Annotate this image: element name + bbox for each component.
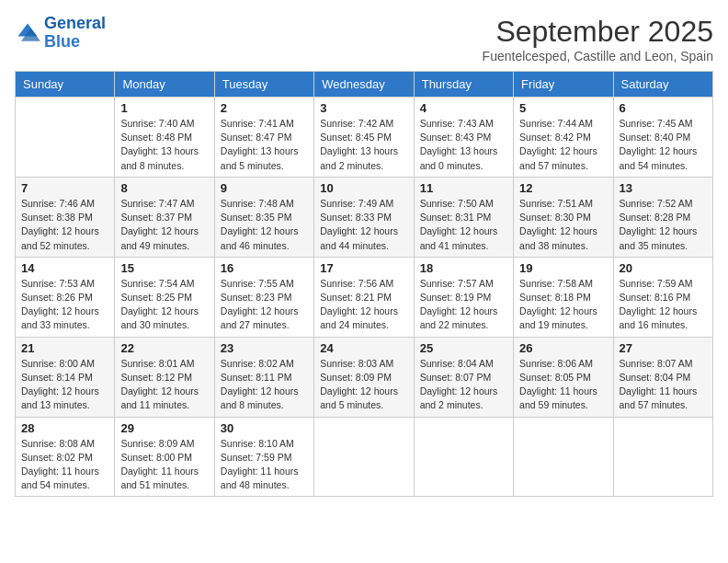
day-number: 21: [21, 341, 108, 355]
page-header: General Blue September 2025 Fuentelcespe…: [15, 15, 713, 63]
header-day-tuesday: Tuesday: [214, 72, 313, 98]
title-block: September 2025 Fuentelcesped, Castille a…: [483, 15, 713, 63]
day-number: 24: [320, 341, 407, 355]
day-number: 16: [221, 261, 308, 275]
day-info: Sunrise: 8:02 AMSunset: 8:11 PMDaylight:…: [221, 357, 308, 413]
day-number: 10: [320, 181, 407, 195]
day-number: 11: [420, 181, 507, 195]
day-info: Sunrise: 8:01 AMSunset: 8:12 PMDaylight:…: [120, 357, 208, 413]
day-number: 18: [420, 261, 507, 275]
calendar-cell: 12Sunrise: 7:51 AMSunset: 8:30 PMDayligh…: [514, 177, 613, 257]
day-number: 2: [221, 101, 308, 115]
day-info: Sunrise: 8:06 AMSunset: 8:05 PMDaylight:…: [519, 357, 607, 413]
day-info: Sunrise: 7:52 AMSunset: 8:28 PMDaylight:…: [620, 197, 707, 253]
day-info: Sunrise: 8:00 AMSunset: 8:14 PMDaylight:…: [21, 357, 108, 413]
day-info: Sunrise: 7:55 AMSunset: 8:23 PMDaylight:…: [221, 277, 308, 333]
calendar-cell: 24Sunrise: 8:03 AMSunset: 8:09 PMDayligh…: [314, 337, 414, 417]
calendar-cell: [414, 417, 513, 497]
calendar-cell: 29Sunrise: 8:09 AMSunset: 8:00 PMDayligh…: [115, 417, 214, 497]
header-row: SundayMondayTuesdayWednesdayThursdayFrid…: [16, 72, 713, 98]
day-number: 15: [120, 261, 208, 275]
calendar-cell: 18Sunrise: 7:57 AMSunset: 8:19 PMDayligh…: [414, 257, 513, 337]
day-info: Sunrise: 8:08 AMSunset: 8:02 PMDaylight:…: [21, 437, 108, 493]
day-info: Sunrise: 7:47 AMSunset: 8:37 PMDaylight:…: [120, 197, 208, 253]
day-number: 9: [221, 181, 308, 195]
day-number: 17: [320, 261, 407, 275]
day-info: Sunrise: 7:48 AMSunset: 8:35 PMDaylight:…: [221, 197, 308, 253]
day-info: Sunrise: 7:42 AMSunset: 8:45 PMDaylight:…: [320, 117, 407, 173]
day-number: 1: [120, 101, 208, 115]
logo-blue: Blue: [44, 32, 80, 51]
calendar-cell: 21Sunrise: 8:00 AMSunset: 8:14 PMDayligh…: [16, 337, 115, 417]
day-number: 8: [120, 181, 208, 195]
calendar-cell: 5Sunrise: 7:44 AMSunset: 8:42 PMDaylight…: [514, 98, 613, 178]
calendar-header: SundayMondayTuesdayWednesdayThursdayFrid…: [16, 72, 713, 98]
calendar-cell: 14Sunrise: 7:53 AMSunset: 8:26 PMDayligh…: [16, 257, 115, 337]
calendar-cell: 1Sunrise: 7:40 AMSunset: 8:48 PMDaylight…: [115, 98, 214, 178]
calendar-cell: 6Sunrise: 7:45 AMSunset: 8:40 PMDaylight…: [613, 98, 712, 178]
day-info: Sunrise: 8:10 AMSunset: 7:59 PMDaylight:…: [221, 437, 308, 493]
day-info: Sunrise: 7:53 AMSunset: 8:26 PMDaylight:…: [21, 277, 108, 333]
day-number: 28: [21, 421, 108, 435]
calendar-cell: 2Sunrise: 7:41 AMSunset: 8:47 PMDaylight…: [214, 98, 313, 178]
calendar-cell: 23Sunrise: 8:02 AMSunset: 8:11 PMDayligh…: [214, 337, 313, 417]
day-info: Sunrise: 7:43 AMSunset: 8:43 PMDaylight:…: [420, 117, 507, 173]
calendar-cell: 13Sunrise: 7:52 AMSunset: 8:28 PMDayligh…: [613, 177, 712, 257]
day-info: Sunrise: 7:40 AMSunset: 8:48 PMDaylight:…: [120, 117, 208, 173]
week-row-1: 7Sunrise: 7:46 AMSunset: 8:38 PMDaylight…: [16, 177, 713, 257]
day-number: 20: [620, 261, 707, 275]
day-number: 13: [620, 181, 707, 195]
header-day-wednesday: Wednesday: [314, 72, 414, 98]
header-day-thursday: Thursday: [414, 72, 513, 98]
calendar-cell: 26Sunrise: 8:06 AMSunset: 8:05 PMDayligh…: [514, 337, 613, 417]
location-subtitle: Fuentelcesped, Castille and Leon, Spain: [483, 49, 713, 63]
day-number: 5: [519, 101, 607, 115]
calendar-cell: 16Sunrise: 7:55 AMSunset: 8:23 PMDayligh…: [214, 257, 313, 337]
calendar-cell: 30Sunrise: 8:10 AMSunset: 7:59 PMDayligh…: [214, 417, 313, 497]
calendar-cell: [514, 417, 613, 497]
week-row-3: 21Sunrise: 8:00 AMSunset: 8:14 PMDayligh…: [16, 337, 713, 417]
calendar-cell: 11Sunrise: 7:50 AMSunset: 8:31 PMDayligh…: [414, 177, 513, 257]
calendar-cell: [16, 98, 115, 178]
day-info: Sunrise: 8:04 AMSunset: 8:07 PMDaylight:…: [420, 357, 507, 413]
day-number: 27: [620, 341, 707, 355]
logo-text: General Blue: [44, 15, 106, 52]
header-day-saturday: Saturday: [613, 72, 712, 98]
day-number: 6: [620, 101, 707, 115]
calendar-cell: 17Sunrise: 7:56 AMSunset: 8:21 PMDayligh…: [314, 257, 414, 337]
day-number: 19: [519, 261, 607, 275]
month-year-title: September 2025: [483, 15, 713, 49]
day-info: Sunrise: 8:09 AMSunset: 8:00 PMDaylight:…: [120, 437, 208, 493]
calendar-cell: 9Sunrise: 7:48 AMSunset: 8:35 PMDaylight…: [214, 177, 313, 257]
day-number: 4: [420, 101, 507, 115]
calendar-cell: 15Sunrise: 7:54 AMSunset: 8:25 PMDayligh…: [115, 257, 214, 337]
calendar-body: 1Sunrise: 7:40 AMSunset: 8:48 PMDaylight…: [16, 98, 713, 497]
day-number: 25: [420, 341, 507, 355]
day-info: Sunrise: 7:57 AMSunset: 8:19 PMDaylight:…: [420, 277, 507, 333]
day-info: Sunrise: 7:45 AMSunset: 8:40 PMDaylight:…: [620, 117, 707, 173]
day-info: Sunrise: 7:50 AMSunset: 8:31 PMDaylight:…: [420, 197, 507, 253]
day-info: Sunrise: 7:56 AMSunset: 8:21 PMDaylight:…: [320, 277, 407, 333]
day-number: 14: [21, 261, 108, 275]
calendar-cell: 28Sunrise: 8:08 AMSunset: 8:02 PMDayligh…: [16, 417, 115, 497]
calendar-cell: 22Sunrise: 8:01 AMSunset: 8:12 PMDayligh…: [115, 337, 214, 417]
day-info: Sunrise: 7:49 AMSunset: 8:33 PMDaylight:…: [320, 197, 407, 253]
day-info: Sunrise: 8:07 AMSunset: 8:04 PMDaylight:…: [620, 357, 707, 413]
week-row-0: 1Sunrise: 7:40 AMSunset: 8:48 PMDaylight…: [16, 98, 713, 178]
day-number: 23: [221, 341, 308, 355]
day-info: Sunrise: 7:54 AMSunset: 8:25 PMDaylight:…: [120, 277, 208, 333]
header-day-friday: Friday: [514, 72, 613, 98]
calendar-cell: 3Sunrise: 7:42 AMSunset: 8:45 PMDaylight…: [314, 98, 414, 178]
calendar-cell: 19Sunrise: 7:58 AMSunset: 8:18 PMDayligh…: [514, 257, 613, 337]
day-info: Sunrise: 8:03 AMSunset: 8:09 PMDaylight:…: [320, 357, 407, 413]
logo-icon: [15, 20, 40, 46]
logo: General Blue: [15, 15, 106, 52]
calendar-cell: [613, 417, 712, 497]
day-number: 26: [519, 341, 607, 355]
day-info: Sunrise: 7:46 AMSunset: 8:38 PMDaylight:…: [21, 197, 108, 253]
calendar-cell: 27Sunrise: 8:07 AMSunset: 8:04 PMDayligh…: [613, 337, 712, 417]
calendar-cell: 25Sunrise: 8:04 AMSunset: 8:07 PMDayligh…: [414, 337, 513, 417]
day-info: Sunrise: 7:44 AMSunset: 8:42 PMDaylight:…: [519, 117, 607, 173]
calendar-table: SundayMondayTuesdayWednesdayThursdayFrid…: [15, 71, 713, 497]
week-row-2: 14Sunrise: 7:53 AMSunset: 8:26 PMDayligh…: [16, 257, 713, 337]
